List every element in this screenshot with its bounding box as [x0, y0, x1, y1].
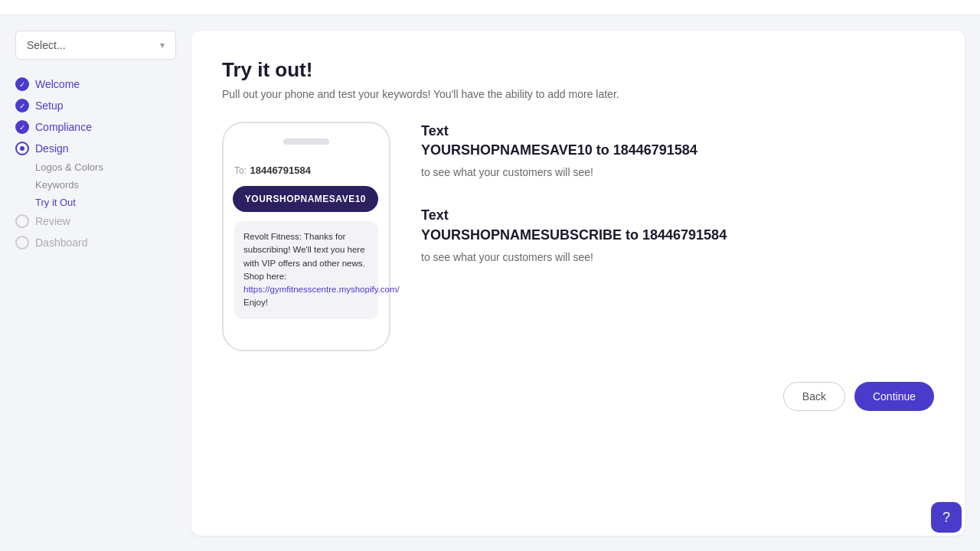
instruction-text-2: TextYOURSHOPNAMESUBSCRIBE to 18446791584: [421, 207, 727, 242]
instruction-keyword-1: YOURSHOPNAMESAVE10: [421, 142, 593, 158]
continue-button[interactable]: Continue: [854, 382, 934, 411]
instruction-sub-2: to see what your customers will see!: [421, 251, 934, 263]
instructions-area: TextYOURSHOPNAMESAVE10 to 18446791584 to…: [421, 122, 934, 263]
design-sub-nav: Logos & Colors Keywords Try it Out: [35, 159, 176, 210]
sidebar-item-design[interactable]: Design: [15, 138, 176, 159]
instruction-keyword-2: YOURSHOPNAMESUBSCRIBE: [421, 227, 622, 243]
instruction-main-2: TextYOURSHOPNAMESUBSCRIBE to 18446791584: [421, 206, 934, 244]
instruction-sub-1: to see what your customers will see!: [421, 166, 934, 178]
sidebar-label-keywords: Keywords: [35, 179, 79, 191]
instruction-text-1: TextYOURSHOPNAMESAVE10 to 18446791584: [421, 123, 697, 158]
help-button[interactable]: ?: [931, 502, 962, 533]
sidebar-label-setup: Setup: [35, 99, 64, 112]
sidebar-item-dashboard[interactable]: Dashboard: [15, 232, 176, 253]
sidebar: Select... ▾ Welcome Setup Compliance Des…: [15, 31, 191, 536]
top-bar: [0, 0, 980, 15]
sidebar-label-welcome: Welcome: [35, 78, 80, 90]
sidebar-item-compliance[interactable]: Compliance: [15, 116, 176, 138]
phone-mockup: To: 18446791584 YOURSHOPNAMESAVE10 Revol…: [222, 122, 390, 351]
instruction-main-1: TextYOURSHOPNAMESAVE10 to 18446791584: [421, 122, 934, 160]
dot-inner-design: [20, 146, 24, 151]
check-icon-compliance: [15, 120, 29, 134]
dot-icon-dashboard: [15, 236, 29, 249]
phone-notch: [283, 139, 329, 145]
instruction-block-1: TextYOURSHOPNAMESAVE10 to 18446791584 to…: [421, 122, 934, 178]
footer-buttons: Back Continue: [222, 382, 934, 411]
dot-icon-review: [15, 214, 29, 228]
help-icon: ?: [942, 510, 950, 526]
sms-link: https://gymfitnesscentre.myshopify.com/: [243, 285, 400, 294]
check-icon-welcome: [15, 77, 29, 91]
demo-area: To: 18446791584 YOURSHOPNAMESAVE10 Revol…: [222, 122, 934, 351]
phone-number: 18446791584: [250, 165, 311, 176]
dot-icon-design: [15, 142, 29, 155]
sidebar-item-keywords[interactable]: Keywords: [35, 177, 176, 193]
select-placeholder: Select...: [27, 39, 66, 51]
phone-to-area: To: 18446791584: [234, 163, 378, 177]
sidebar-item-try-it-out[interactable]: Try it Out: [35, 194, 176, 210]
content-card: Try it out! Pull out your phone and test…: [191, 31, 965, 536]
select-dropdown[interactable]: Select... ▾: [15, 31, 176, 60]
sms-message-text: Revolt Fitness: Thanks for subscribing! …: [243, 232, 365, 281]
check-icon-setup: [15, 99, 29, 112]
sms-bubble: Revolt Fitness: Thanks for subscribing! …: [234, 221, 378, 319]
sidebar-label-design: Design: [35, 142, 69, 155]
sidebar-label-review: Review: [35, 215, 70, 227]
sidebar-label-compliance: Compliance: [35, 121, 92, 133]
chevron-down-icon: ▾: [160, 40, 165, 51]
sidebar-label-try-it-out: Try it Out: [35, 197, 76, 208]
sms-suffix: Enjoy!: [243, 298, 268, 307]
sidebar-item-setup[interactable]: Setup: [15, 95, 176, 116]
sidebar-item-review[interactable]: Review: [15, 210, 176, 232]
sidebar-item-logos-colors[interactable]: Logos & Colors: [35, 159, 176, 175]
phone-to-label: To:: [234, 165, 247, 176]
sidebar-label-logos-colors: Logos & Colors: [35, 161, 103, 173]
instruction-block-2: TextYOURSHOPNAMESUBSCRIBE to 18446791584…: [421, 206, 934, 262]
sidebar-label-dashboard: Dashboard: [35, 236, 88, 249]
page-title: Try it out!: [222, 58, 934, 82]
keyword-pill: YOURSHOPNAMESAVE10: [233, 186, 378, 212]
back-button[interactable]: Back: [783, 382, 845, 411]
page-subtitle: Pull out your phone and test your keywor…: [222, 88, 934, 100]
sidebar-item-welcome[interactable]: Welcome: [15, 73, 176, 95]
